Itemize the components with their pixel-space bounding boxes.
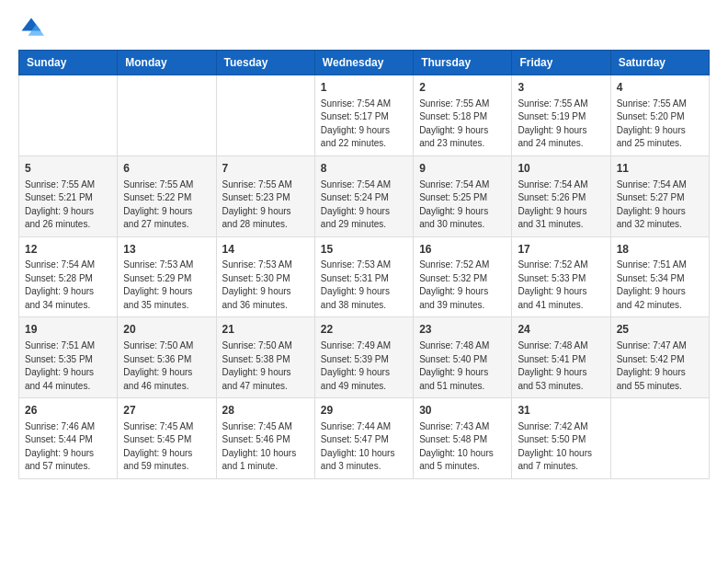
calendar-day-cell: 26Sunrise: 7:46 AM Sunset: 5:44 PM Dayli… [19,398,118,479]
calendar-day-cell: 18Sunrise: 7:51 AM Sunset: 5:34 PM Dayli… [610,236,709,317]
day-of-week-header: Wednesday [314,51,413,75]
day-number: 7 [222,161,309,177]
calendar-day-cell [216,75,314,156]
logo-icon [18,15,44,40]
calendar-body: 1Sunrise: 7:54 AM Sunset: 5:17 PM Daylig… [19,75,710,479]
calendar-day-cell: 16Sunrise: 7:52 AM Sunset: 5:32 PM Dayli… [414,236,512,317]
calendar-day-cell: 17Sunrise: 7:52 AM Sunset: 5:33 PM Dayli… [512,236,610,317]
day-info: Sunrise: 7:54 AM Sunset: 5:27 PM Dayligh… [617,178,703,232]
day-number: 28 [222,403,309,419]
day-number: 9 [419,161,506,177]
calendar-day-cell: 23Sunrise: 7:48 AM Sunset: 5:40 PM Dayli… [414,317,512,398]
day-of-week-header: Sunday [19,51,118,75]
calendar-day-cell: 12Sunrise: 7:54 AM Sunset: 5:28 PM Dayli… [19,236,118,317]
calendar-day-cell: 7Sunrise: 7:55 AM Sunset: 5:23 PM Daylig… [216,155,314,236]
calendar-day-cell: 27Sunrise: 7:45 AM Sunset: 5:45 PM Dayli… [118,398,216,479]
day-number: 14 [222,242,309,258]
calendar-day-cell: 11Sunrise: 7:54 AM Sunset: 5:27 PM Dayli… [610,155,709,236]
day-number: 6 [123,161,210,177]
calendar-day-cell [19,75,118,156]
day-of-week-header: Monday [118,51,216,75]
day-number: 17 [518,242,604,258]
calendar-day-cell: 22Sunrise: 7:49 AM Sunset: 5:39 PM Dayli… [314,317,413,398]
day-info: Sunrise: 7:55 AM Sunset: 5:19 PM Dayligh… [518,98,604,151]
calendar-day-cell [610,398,709,479]
calendar-day-cell: 14Sunrise: 7:53 AM Sunset: 5:30 PM Dayli… [216,236,314,317]
day-info: Sunrise: 7:51 AM Sunset: 5:35 PM Dayligh… [25,339,111,393]
day-of-week-header: Tuesday [216,51,314,75]
day-number: 27 [123,403,210,419]
day-number: 23 [419,322,506,338]
day-number: 18 [617,242,703,258]
day-of-week-header: Saturday [610,51,709,75]
calendar-day-cell: 24Sunrise: 7:48 AM Sunset: 5:41 PM Dayli… [512,317,610,398]
day-number: 4 [617,80,703,96]
calendar-day-cell: 2Sunrise: 7:55 AM Sunset: 5:18 PM Daylig… [414,75,512,156]
day-number: 16 [419,242,506,258]
calendar-day-cell: 15Sunrise: 7:53 AM Sunset: 5:31 PM Dayli… [314,236,413,317]
calendar-day-cell: 21Sunrise: 7:50 AM Sunset: 5:38 PM Dayli… [216,317,314,398]
day-number: 26 [25,403,111,419]
calendar-day-cell: 13Sunrise: 7:53 AM Sunset: 5:29 PM Dayli… [118,236,216,317]
day-number: 22 [321,322,407,338]
day-info: Sunrise: 7:50 AM Sunset: 5:36 PM Dayligh… [123,339,210,393]
calendar-day-cell: 30Sunrise: 7:43 AM Sunset: 5:48 PM Dayli… [414,398,512,479]
day-info: Sunrise: 7:53 AM Sunset: 5:29 PM Dayligh… [123,259,210,312]
day-info: Sunrise: 7:53 AM Sunset: 5:31 PM Dayligh… [321,259,407,312]
day-number: 29 [321,403,407,419]
calendar-day-cell: 5Sunrise: 7:55 AM Sunset: 5:21 PM Daylig… [19,155,118,236]
day-info: Sunrise: 7:44 AM Sunset: 5:47 PM Dayligh… [321,420,407,474]
day-number: 3 [518,80,604,96]
day-info: Sunrise: 7:54 AM Sunset: 5:25 PM Dayligh… [419,178,506,232]
day-info: Sunrise: 7:54 AM Sunset: 5:28 PM Dayligh… [25,259,111,312]
calendar-day-cell: 10Sunrise: 7:54 AM Sunset: 5:26 PM Dayli… [512,155,610,236]
day-number: 15 [321,242,407,258]
day-number: 8 [321,161,407,177]
day-info: Sunrise: 7:46 AM Sunset: 5:44 PM Dayligh… [25,420,111,474]
calendar-day-cell: 1Sunrise: 7:54 AM Sunset: 5:17 PM Daylig… [314,75,413,156]
day-info: Sunrise: 7:45 AM Sunset: 5:45 PM Dayligh… [123,420,210,474]
day-info: Sunrise: 7:55 AM Sunset: 5:22 PM Dayligh… [123,178,210,232]
day-number: 11 [617,161,703,177]
day-info: Sunrise: 7:54 AM Sunset: 5:26 PM Dayligh… [518,178,604,232]
calendar-day-cell: 28Sunrise: 7:45 AM Sunset: 5:46 PM Dayli… [216,398,314,479]
day-of-week-header: Thursday [414,51,512,75]
calendar-day-cell: 19Sunrise: 7:51 AM Sunset: 5:35 PM Dayli… [19,317,118,398]
days-of-week-row: SundayMondayTuesdayWednesdayThursdayFrid… [19,51,710,75]
calendar-day-cell: 8Sunrise: 7:54 AM Sunset: 5:24 PM Daylig… [314,155,413,236]
header [18,15,710,40]
day-info: Sunrise: 7:52 AM Sunset: 5:33 PM Dayligh… [518,259,604,312]
calendar-day-cell: 31Sunrise: 7:42 AM Sunset: 5:50 PM Dayli… [512,398,610,479]
day-number: 30 [419,403,506,419]
calendar-day-cell: 29Sunrise: 7:44 AM Sunset: 5:47 PM Dayli… [314,398,413,479]
calendar-day-cell: 20Sunrise: 7:50 AM Sunset: 5:36 PM Dayli… [118,317,216,398]
day-info: Sunrise: 7:54 AM Sunset: 5:24 PM Dayligh… [321,178,407,232]
calendar-day-cell: 6Sunrise: 7:55 AM Sunset: 5:22 PM Daylig… [118,155,216,236]
calendar-header: SundayMondayTuesdayWednesdayThursdayFrid… [19,51,710,75]
calendar-week-row: 12Sunrise: 7:54 AM Sunset: 5:28 PM Dayli… [19,236,710,317]
day-of-week-header: Friday [512,51,610,75]
calendar-day-cell [118,75,216,156]
calendar-day-cell: 4Sunrise: 7:55 AM Sunset: 5:20 PM Daylig… [610,75,709,156]
day-info: Sunrise: 7:54 AM Sunset: 5:17 PM Dayligh… [321,98,407,151]
day-info: Sunrise: 7:55 AM Sunset: 5:23 PM Dayligh… [222,178,309,232]
day-info: Sunrise: 7:51 AM Sunset: 5:34 PM Dayligh… [617,259,703,312]
page: SundayMondayTuesdayWednesdayThursdayFrid… [0,0,728,498]
calendar-table: SundayMondayTuesdayWednesdayThursdayFrid… [18,50,710,479]
day-info: Sunrise: 7:45 AM Sunset: 5:46 PM Dayligh… [222,420,309,474]
day-info: Sunrise: 7:55 AM Sunset: 5:18 PM Dayligh… [419,98,506,151]
calendar-week-row: 19Sunrise: 7:51 AM Sunset: 5:35 PM Dayli… [19,317,710,398]
logo [18,15,48,40]
day-number: 1 [321,80,407,96]
calendar-day-cell: 9Sunrise: 7:54 AM Sunset: 5:25 PM Daylig… [414,155,512,236]
day-info: Sunrise: 7:55 AM Sunset: 5:21 PM Dayligh… [25,178,111,232]
day-number: 10 [518,161,604,177]
calendar-day-cell: 3Sunrise: 7:55 AM Sunset: 5:19 PM Daylig… [512,75,610,156]
day-info: Sunrise: 7:50 AM Sunset: 5:38 PM Dayligh… [222,339,309,393]
day-info: Sunrise: 7:47 AM Sunset: 5:42 PM Dayligh… [617,339,703,393]
day-number: 12 [25,242,111,258]
day-number: 13 [123,242,210,258]
day-info: Sunrise: 7:49 AM Sunset: 5:39 PM Dayligh… [321,339,407,393]
day-number: 20 [123,322,210,338]
calendar-week-row: 5Sunrise: 7:55 AM Sunset: 5:21 PM Daylig… [19,155,710,236]
